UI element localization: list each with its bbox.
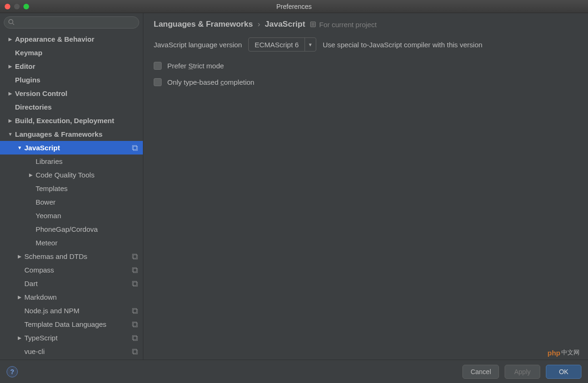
tree-item-node-js-and-npm[interactable]: Node.js and NPM bbox=[0, 304, 143, 317]
project-scope-icon bbox=[132, 321, 138, 328]
breadcrumb-separator: › bbox=[258, 20, 261, 29]
lang-version-label: JavaScript language version bbox=[154, 41, 242, 49]
sidebar: ▶Appearance & BehaviorKeymap▶EditorPlugi… bbox=[0, 13, 143, 360]
settings-tree: ▶Appearance & BehaviorKeymap▶EditorPlugi… bbox=[0, 30, 143, 360]
titlebar: Preferences bbox=[0, 0, 588, 13]
tree-item-label: Meteor bbox=[36, 239, 138, 247]
tree-item-label: Templates bbox=[36, 184, 138, 192]
tree-item-phonegap-cordova[interactable]: PhoneGap/Cordova bbox=[0, 222, 143, 236]
prefer-strict-checkbox[interactable] bbox=[154, 62, 162, 70]
lang-version-hint: Use special to-JavaScript compiler with … bbox=[323, 41, 483, 49]
tree-item-label: Yeoman bbox=[36, 212, 138, 220]
footer: ? Cancel Apply OK bbox=[0, 360, 588, 383]
tree-item-label: Plugins bbox=[15, 76, 138, 84]
type-completion-label: Only type-based completion bbox=[167, 78, 254, 86]
tree-item-label: TypeScript bbox=[24, 334, 130, 342]
lang-version-value: ECMAScript 6 bbox=[249, 41, 304, 49]
tree-item-vue-cli[interactable]: vue-cli bbox=[0, 345, 143, 358]
watermark: php中文网 bbox=[548, 348, 580, 357]
project-scope-icon bbox=[132, 280, 138, 287]
tree-item-version-control[interactable]: ▶Version Control bbox=[0, 87, 143, 100]
scope-label: For current project bbox=[310, 21, 377, 29]
tree-item-schemas-and-dtds[interactable]: ▶Schemas and DTDs bbox=[0, 250, 143, 263]
tree-item-label: Appearance & Behavior bbox=[15, 35, 138, 43]
tree-item-template-data-languages[interactable]: Template Data Languages bbox=[0, 317, 143, 331]
lang-version-select[interactable]: ECMAScript 6 ▼ bbox=[248, 37, 316, 52]
main-panel: Languages & Frameworks › JavaScript For … bbox=[143, 13, 588, 360]
search-icon bbox=[8, 19, 15, 25]
tree-item-label: Directories bbox=[15, 103, 138, 111]
project-scope-icon bbox=[132, 348, 138, 355]
help-button[interactable]: ? bbox=[7, 366, 18, 377]
tree-item-plugins[interactable]: Plugins bbox=[0, 73, 143, 87]
tree-item-languages-frameworks[interactable]: ▼Languages & Frameworks bbox=[0, 127, 143, 141]
tree-item-appearance-behavior[interactable]: ▶Appearance & Behavior bbox=[0, 32, 143, 46]
tree-item-bower[interactable]: Bower bbox=[0, 195, 143, 209]
tree-item-label: Code Quality Tools bbox=[36, 171, 138, 179]
project-scope-icon bbox=[310, 21, 316, 28]
tree-item-label: Markdown bbox=[24, 293, 138, 301]
project-scope-icon bbox=[132, 308, 138, 314]
apply-button[interactable]: Apply bbox=[505, 365, 540, 379]
tree-item-label: Languages & Frameworks bbox=[15, 130, 138, 138]
breadcrumb: Languages & Frameworks › JavaScript For … bbox=[154, 20, 578, 29]
svg-line-1 bbox=[13, 23, 15, 25]
tree-arrow-icon: ▶ bbox=[7, 118, 13, 123]
tree-item-label: Build, Execution, Deployment bbox=[15, 117, 138, 125]
tree-item-label: Bower bbox=[36, 198, 138, 206]
ok-button[interactable]: OK bbox=[546, 365, 581, 379]
search-input[interactable] bbox=[4, 16, 139, 29]
tree-item-label: vue-cli bbox=[24, 347, 130, 355]
tree-item-code-quality-tools[interactable]: ▶Code Quality Tools bbox=[0, 168, 143, 182]
breadcrumb-current: JavaScript bbox=[265, 20, 305, 29]
tree-item-build-execution-deployment[interactable]: ▶Build, Execution, Deployment bbox=[0, 114, 143, 127]
tree-item-directories[interactable]: Directories bbox=[0, 100, 143, 114]
chevron-down-icon: ▼ bbox=[305, 38, 316, 51]
tree-item-label: Version Control bbox=[15, 89, 138, 97]
tree-item-javascript[interactable]: ▼JavaScript bbox=[0, 141, 143, 155]
tree-arrow-icon: ▼ bbox=[17, 145, 22, 150]
tree-item-label: Node.js and NPM bbox=[24, 307, 130, 315]
tree-arrow-icon: ▶ bbox=[17, 254, 22, 259]
tree-item-markdown[interactable]: ▶Markdown bbox=[0, 290, 143, 304]
tree-item-meteor[interactable]: Meteor bbox=[0, 236, 143, 250]
tree-arrow-icon: ▶ bbox=[28, 172, 34, 177]
tree-item-yeoman[interactable]: Yeoman bbox=[0, 209, 143, 222]
tree-arrow-icon: ▼ bbox=[7, 132, 13, 137]
tree-item-label: JavaScript bbox=[24, 144, 130, 152]
type-completion-checkbox[interactable] bbox=[154, 78, 162, 86]
tree-item-templates[interactable]: Templates bbox=[0, 182, 143, 195]
tree-arrow-icon: ▶ bbox=[7, 91, 13, 96]
tree-item-label: Compass bbox=[24, 266, 130, 274]
tree-item-label: Schemas and DTDs bbox=[24, 252, 130, 260]
tree-item-label: Template Data Languages bbox=[24, 320, 130, 328]
svg-rect-20 bbox=[312, 23, 315, 26]
prefer-strict-label: Prefer Strict mode bbox=[167, 62, 224, 70]
tree-arrow-icon: ▶ bbox=[17, 295, 22, 300]
tree-item-keymap[interactable]: Keymap bbox=[0, 46, 143, 59]
tree-item-label: PhoneGap/Cordova bbox=[36, 225, 138, 233]
tree-item-typescript[interactable]: ▶TypeScript bbox=[0, 331, 143, 345]
window-title: Preferences bbox=[0, 3, 588, 10]
svg-point-0 bbox=[9, 20, 13, 24]
tree-item-label: Editor bbox=[15, 62, 138, 70]
project-scope-icon bbox=[132, 253, 138, 260]
project-scope-icon bbox=[132, 145, 138, 151]
tree-item-label: Libraries bbox=[36, 157, 138, 165]
tree-item-editor[interactable]: ▶Editor bbox=[0, 59, 143, 73]
tree-arrow-icon: ▶ bbox=[17, 335, 22, 340]
project-scope-icon bbox=[132, 335, 138, 341]
project-scope-icon bbox=[132, 267, 138, 273]
tree-arrow-icon: ▶ bbox=[7, 37, 13, 42]
type-completion-row[interactable]: Only type-based completion bbox=[154, 78, 578, 86]
tree-item-compass[interactable]: Compass bbox=[0, 263, 143, 277]
tree-item-label: Keymap bbox=[15, 49, 138, 57]
prefer-strict-row[interactable]: Prefer Strict mode bbox=[154, 62, 578, 70]
tree-item-dart[interactable]: Dart bbox=[0, 277, 143, 290]
breadcrumb-parent[interactable]: Languages & Frameworks bbox=[154, 20, 253, 29]
tree-arrow-icon: ▶ bbox=[7, 64, 13, 69]
cancel-button[interactable]: Cancel bbox=[462, 365, 499, 379]
tree-item-label: Dart bbox=[24, 280, 130, 287]
tree-item-libraries[interactable]: Libraries bbox=[0, 155, 143, 168]
